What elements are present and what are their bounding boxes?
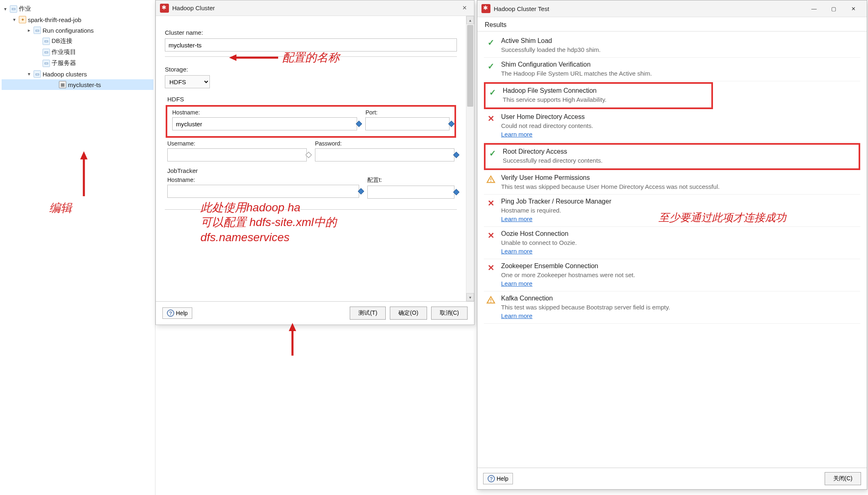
close-button[interactable]: ✕: [844, 3, 863, 14]
port-input[interactable]: [365, 117, 450, 130]
hdfs-hostport-redbox: Hostname: Port:: [166, 105, 456, 138]
password-input[interactable]: [315, 148, 454, 161]
learn-more-link[interactable]: Learn more: [501, 312, 533, 319]
folder-icon: ▭: [43, 49, 50, 56]
close-button[interactable]: 关闭(C): [825, 472, 861, 485]
result-desc: The Hadoop File System URL matches the A…: [501, 70, 859, 77]
hadoop-cluster-dialog: Hadoop Cluster × Cluster name: Storage: …: [155, 0, 474, 325]
tree-run-conf-label: Run configurations: [43, 27, 94, 34]
result-item: ✓Root Directory AccessSuccessfully read …: [486, 145, 859, 168]
tree-hadoop-clusters[interactable]: ▾ ▭ Hadoop clusters: [2, 69, 153, 79]
result-item: Kafka ConnectionThis test was skipped be…: [484, 291, 860, 324]
chevron-right-icon: ▸: [26, 27, 32, 33]
dialog-footer: ? Help 测试(T) 确定(O) 取消(C): [156, 301, 474, 325]
minimize-button[interactable]: —: [805, 3, 823, 14]
result-title: Oozie Host Connection: [501, 230, 859, 237]
jt-hostname-label: Hostname:: [167, 177, 359, 183]
test-button[interactable]: 测试(T): [350, 307, 386, 320]
scroll-up-icon[interactable]: ▴: [466, 16, 474, 24]
divider: [165, 209, 457, 210]
storage-label: Storage:: [165, 66, 457, 73]
result-title: Ping Job Tracker / Resource Manager: [501, 198, 859, 205]
result-desc: This test was skipped because Bootstrap …: [501, 304, 859, 311]
results-body[interactable]: ✓Active Shim LoadSuccessfully loaded the…: [477, 31, 867, 468]
cluster-name-label: Cluster name:: [165, 29, 457, 36]
result-title: Shim Configuration Verification: [501, 61, 859, 68]
result-desc: Could not read directory contents.: [501, 122, 859, 129]
tree-cluster-item-label: mycluster-ts: [68, 81, 101, 88]
hadoop-icon: [160, 4, 169, 13]
check-icon: ✓: [486, 61, 496, 72]
help-button[interactable]: ? Help: [162, 307, 192, 319]
tree-root[interactable]: ▾ ▭ 作业: [2, 3, 153, 14]
tree-db-conn[interactable]: ▭ DB连接: [2, 36, 153, 47]
tree-db-conn-label: DB连接: [52, 37, 72, 45]
ok-button[interactable]: 确定(O): [390, 307, 427, 320]
help-icon: ?: [488, 475, 495, 482]
jt-port-input[interactable]: [367, 186, 454, 199]
storage-select[interactable]: HDFS: [165, 75, 210, 88]
port-label: Port:: [365, 109, 450, 116]
hdfs-section-label: HDFS: [167, 96, 457, 103]
tree-job[interactable]: ▾ ✦ spark-thrift-read-job: [2, 14, 153, 25]
chevron-down-icon: ▾: [2, 6, 8, 12]
jt-port-label: 配置t:: [367, 177, 454, 184]
tree-panel: ▾ ▭ 作业 ▾ ✦ spark-thrift-read-job ▸ ▭ Run…: [0, 0, 155, 495]
result-item: ✕User Home Directory AccessCould not rea…: [484, 110, 860, 142]
tree-work-items[interactable]: ▭ 作业项目: [2, 47, 153, 58]
result-title: User Home Directory Access: [501, 113, 859, 121]
maximize-button[interactable]: ▢: [824, 3, 843, 14]
close-icon[interactable]: ×: [459, 3, 470, 13]
hadoop-cluster-test-dialog: Hadoop Cluster Test — ▢ ✕ Results ✓Activ…: [477, 0, 867, 490]
dialog-titlebar[interactable]: Hadoop Cluster ×: [156, 0, 474, 16]
result-title: Active Shim Load: [501, 37, 859, 45]
test-dialog-title: Hadoop Cluster Test: [494, 5, 549, 12]
cluster-name-input[interactable]: [165, 38, 457, 52]
help-label: Help: [497, 475, 508, 482]
tree-job-label: spark-thrift-read-job: [28, 16, 81, 23]
tree-run-conf[interactable]: ▸ ▭ Run configurations: [2, 25, 153, 36]
cancel-button[interactable]: 取消(C): [431, 307, 468, 320]
result-item: ✓Active Shim LoadSuccessfully loaded the…: [484, 34, 860, 58]
scrollbar[interactable]: ▴ ▾: [466, 16, 474, 301]
result-desc: This service supports High Availability.: [503, 96, 710, 103]
hostname-input[interactable]: [172, 117, 357, 130]
folder-icon: ▭: [43, 38, 50, 45]
tree-root-label: 作业: [19, 5, 31, 13]
results-header: Results: [477, 17, 867, 31]
result-desc: This test was skipped because User Home …: [501, 183, 859, 190]
check-icon: ✓: [486, 37, 496, 48]
cross-icon: ✕: [486, 198, 496, 208]
cross-icon: ✕: [486, 230, 496, 241]
learn-more-link[interactable]: Learn more: [501, 215, 533, 222]
result-desc: Successfully loaded the hdp30 shim.: [501, 46, 859, 53]
tree-sub-server[interactable]: ▭ 子服务器: [2, 58, 153, 69]
hadoop-icon: [481, 4, 490, 13]
scroll-thumb[interactable]: [467, 25, 473, 107]
help-icon: ?: [167, 309, 174, 317]
test-titlebar[interactable]: Hadoop Cluster Test — ▢ ✕: [477, 0, 867, 17]
svg-point-3: [490, 301, 491, 302]
tree-cluster-item[interactable]: ▦ mycluster-ts: [2, 79, 153, 90]
username-input[interactable]: [167, 148, 307, 161]
cross-icon: ✕: [486, 262, 496, 273]
scroll-down-icon[interactable]: ▾: [466, 293, 474, 301]
result-item: ✕Oozie Host ConnectionUnable to connect …: [484, 227, 860, 259]
tree-sub-server-label: 子服务器: [52, 59, 76, 67]
learn-more-link[interactable]: Learn more: [501, 280, 533, 287]
result-title: Root Directory Access: [503, 148, 857, 155]
folder-icon: ▭: [34, 27, 41, 34]
folder-icon: ▭: [34, 70, 41, 78]
hostname-label: Hostname:: [172, 109, 357, 116]
learn-more-link[interactable]: Learn more: [501, 248, 533, 255]
cross-icon: ✕: [486, 113, 496, 124]
result-desc: Unable to connect to Oozie.: [501, 239, 859, 246]
cluster-icon: ▦: [59, 81, 66, 88]
chevron-down-icon: ▾: [26, 71, 32, 77]
result-item: ✕Ping Job Tracker / Resource ManagerHost…: [484, 195, 860, 227]
username-label: Username:: [167, 140, 307, 147]
help-button[interactable]: ? Help: [483, 473, 513, 484]
jt-hostname-input[interactable]: [167, 185, 359, 198]
learn-more-link[interactable]: Learn more: [501, 131, 533, 138]
result-desc: One or more Zookeeper hostnames were not…: [501, 271, 859, 278]
